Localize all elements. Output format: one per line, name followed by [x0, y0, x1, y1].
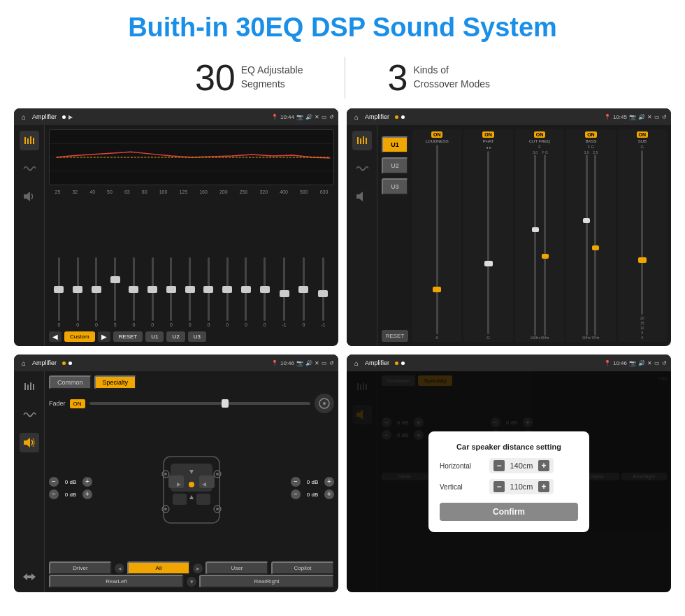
eq-slider-12[interactable]: -1	[282, 257, 286, 327]
db-plus-tr[interactable]: +	[324, 477, 334, 487]
loudness-on[interactable]: ON	[431, 131, 443, 138]
slider-thumb-14[interactable]	[318, 290, 328, 297]
eq-slider-1[interactable]: 0	[76, 257, 79, 327]
eq-slider-3[interactable]: 5	[114, 257, 117, 327]
vertical-minus-btn[interactable]: −	[493, 481, 505, 492]
eq-slider-8[interactable]: 0	[207, 257, 210, 327]
home-icon2[interactable]: ⌂	[351, 111, 362, 122]
eq-u2-btn[interactable]: U2	[166, 331, 185, 342]
phat-on[interactable]: ON	[482, 131, 494, 138]
sub-thumb[interactable]	[638, 257, 647, 263]
confirm-button[interactable]: Confirm	[440, 503, 578, 521]
fader-on-toggle[interactable]: ON	[70, 399, 85, 408]
db-minus-bl[interactable]: −	[49, 489, 59, 499]
btn-rearright3[interactable]: RearRight	[199, 575, 334, 588]
btn-left-arrow[interactable]: ◂	[115, 564, 124, 573]
btn-all3[interactable]: All	[127, 561, 190, 575]
horizontal-plus-btn[interactable]: +	[538, 460, 549, 471]
db-plus-tl[interactable]: +	[82, 477, 92, 487]
eq-slider-9[interactable]: 0	[226, 257, 229, 327]
eq-slider-11[interactable]: 0	[264, 257, 266, 327]
db-plus-bl[interactable]: +	[82, 489, 92, 499]
btn-down-arrow[interactable]: ▾	[187, 577, 196, 587]
back-icon[interactable]: ↺	[329, 114, 334, 120]
db-minus-br[interactable]: −	[291, 489, 301, 499]
home-icon[interactable]: ⌂	[18, 111, 29, 122]
sub-slider[interactable]	[641, 150, 643, 315]
fader-slider[interactable]	[89, 402, 310, 405]
eq-u3-btn[interactable]: U3	[188, 331, 206, 342]
btn-right-arrow[interactable]: ▸	[193, 564, 203, 573]
eq-u1-btn[interactable]: U1	[145, 331, 164, 342]
sidebar-speaker-icon2[interactable]	[352, 187, 372, 206]
sidebar-wave-icon[interactable]	[20, 159, 39, 178]
slider-thumb-9[interactable]	[222, 286, 232, 293]
horizontal-minus-btn[interactable]: −	[493, 460, 505, 471]
fader-knob-btn[interactable]	[315, 394, 334, 413]
preset-u3[interactable]: U3	[382, 178, 408, 195]
topbar-icons3: 📍 10:46 📷 🔊 ✕ ▭ ↺	[271, 360, 334, 366]
slider-thumb-11[interactable]	[260, 286, 270, 293]
btn-driver3[interactable]: Driver	[49, 561, 112, 575]
slider-thumb-5[interactable]	[147, 286, 157, 293]
slider-thumb-10[interactable]	[241, 286, 251, 293]
eq-reset-btn[interactable]: RESET	[113, 331, 143, 342]
eq-slider-6[interactable]: 0	[170, 257, 173, 327]
sidebar-wave-icon2[interactable]	[352, 159, 372, 178]
dialog-vertical-stepper[interactable]: − 110cm +	[489, 479, 554, 494]
slider-thumb-1[interactable]	[73, 286, 82, 293]
cutfreq-on[interactable]: ON	[534, 131, 546, 138]
btn-user3[interactable]: User	[206, 561, 268, 575]
sidebar-wave-icon3[interactable]	[20, 405, 39, 424]
vertical-plus-btn[interactable]: +	[538, 481, 549, 492]
slider-thumb-6[interactable]	[166, 286, 176, 293]
eq-slider-0[interactable]: 0	[57, 257, 60, 327]
slider-thumb-12[interactable]	[280, 290, 289, 297]
sidebar-eq-icon2[interactable]	[352, 131, 372, 150]
eq-slider-13[interactable]: 0	[303, 257, 305, 327]
slider-thumb-8[interactable]	[203, 286, 213, 293]
eq-slider-5[interactable]: 0	[151, 257, 154, 327]
back-icon3[interactable]: ↺	[329, 360, 334, 366]
loudness-slider[interactable]	[436, 145, 438, 334]
dialog-horizontal-stepper[interactable]: − 140cm +	[489, 458, 554, 473]
db-minus-tr[interactable]: −	[291, 477, 301, 487]
preset-u2[interactable]: U2	[382, 157, 408, 174]
slider-thumb-7[interactable]	[185, 286, 195, 293]
slider-thumb-2[interactable]	[92, 286, 101, 293]
reset-btn2[interactable]: RESET	[382, 330, 408, 342]
btn-copilot3[interactable]: Copilot	[271, 561, 334, 575]
eq-play-btn[interactable]: ▶	[98, 331, 110, 342]
eq-prev-btn[interactable]: ◀	[49, 331, 62, 342]
slider-thumb-3[interactable]	[110, 276, 120, 283]
btn-rearleft3[interactable]: RearLeft	[49, 575, 184, 588]
eq-slider-4[interactable]: 0	[132, 257, 135, 327]
eq-custom-btn[interactable]: Custom	[64, 331, 95, 342]
slider-thumb-13[interactable]	[298, 286, 308, 293]
eq-slider-2[interactable]: 0	[95, 257, 98, 327]
slider-thumb-4[interactable]	[129, 286, 138, 293]
phat-thumb[interactable]	[484, 261, 493, 266]
slider-thumb-0[interactable]	[54, 286, 64, 293]
db-plus-br[interactable]: +	[324, 489, 334, 499]
phat-slider[interactable]	[487, 151, 489, 334]
bass-on[interactable]: ON	[585, 131, 597, 138]
tab-common3[interactable]: Common	[49, 375, 92, 389]
eq-slider-10[interactable]: 0	[245, 257, 247, 327]
preset-u1[interactable]: U1	[382, 136, 408, 153]
eq-slider-14[interactable]: -1	[321, 257, 325, 327]
eq-slider-7[interactable]: 0	[189, 257, 192, 327]
sidebar-eq-icon3[interactable]	[20, 377, 39, 396]
sidebar-speaker-icon3[interactable]	[20, 433, 39, 452]
home-icon4[interactable]: ⌂	[351, 357, 362, 368]
sub-on[interactable]: ON	[637, 131, 649, 138]
back-icon4[interactable]: ↺	[662, 360, 667, 366]
sidebar-arrows-icon3[interactable]	[20, 567, 39, 587]
home-icon3[interactable]: ⌂	[18, 357, 29, 368]
tab-specialty3[interactable]: Specialty	[94, 375, 137, 389]
back-icon2[interactable]: ↺	[662, 114, 667, 120]
sidebar-speaker-icon[interactable]	[20, 187, 39, 206]
loudness-thumb[interactable]	[433, 287, 441, 292]
sidebar-eq-icon[interactable]	[20, 131, 39, 150]
db-minus-tl[interactable]: −	[49, 477, 59, 487]
